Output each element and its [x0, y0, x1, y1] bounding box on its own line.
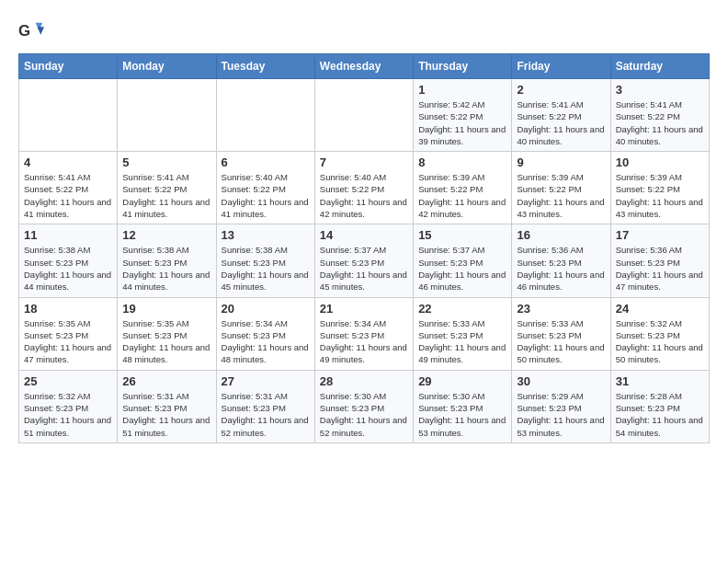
day-detail: Sunrise: 5:31 AM Sunset: 5:23 PM Dayligh… [222, 390, 310, 439]
day-number: 7 [320, 155, 408, 169]
calendar-header-row: SundayMondayTuesdayWednesdayThursdayFrid… [19, 54, 710, 79]
day-detail: Sunrise: 5:34 AM Sunset: 5:23 PM Dayligh… [320, 317, 408, 366]
col-header-wednesday: Wednesday [314, 54, 413, 79]
day-detail: Sunrise: 5:36 AM Sunset: 5:23 PM Dayligh… [517, 244, 605, 293]
day-number: 16 [517, 228, 605, 242]
day-number: 3 [616, 83, 704, 97]
day-detail: Sunrise: 5:33 AM Sunset: 5:23 PM Dayligh… [517, 317, 605, 366]
col-header-sunday: Sunday [19, 54, 118, 79]
calendar-table: SundayMondayTuesdayWednesdayThursdayFrid… [18, 53, 710, 443]
day-detail: Sunrise: 5:31 AM Sunset: 5:23 PM Dayligh… [122, 390, 210, 439]
calendar-cell: 30Sunrise: 5:29 AM Sunset: 5:23 PM Dayli… [512, 370, 610, 442]
calendar-cell: 26Sunrise: 5:31 AM Sunset: 5:23 PM Dayli… [118, 370, 216, 442]
calendar-cell: 13Sunrise: 5:38 AM Sunset: 5:23 PM Dayli… [216, 224, 314, 297]
day-number: 8 [418, 155, 506, 169]
day-number: 22 [418, 302, 506, 316]
day-detail: Sunrise: 5:40 AM Sunset: 5:22 PM Dayligh… [320, 171, 408, 220]
calendar-cell: 4Sunrise: 5:41 AM Sunset: 5:22 PM Daylig… [19, 152, 118, 224]
calendar-cell [216, 79, 314, 152]
day-number: 21 [320, 302, 408, 316]
day-detail: Sunrise: 5:30 AM Sunset: 5:23 PM Dayligh… [320, 390, 408, 439]
calendar-cell: 5Sunrise: 5:41 AM Sunset: 5:22 PM Daylig… [118, 152, 216, 224]
calendar-cell: 28Sunrise: 5:30 AM Sunset: 5:23 PM Dayli… [314, 370, 413, 442]
day-number: 20 [222, 302, 310, 316]
day-detail: Sunrise: 5:40 AM Sunset: 5:22 PM Dayligh… [222, 171, 310, 220]
day-number: 6 [222, 155, 310, 169]
calendar-week-row: 25Sunrise: 5:32 AM Sunset: 5:23 PM Dayli… [19, 370, 710, 442]
calendar-week-row: 4Sunrise: 5:41 AM Sunset: 5:22 PM Daylig… [19, 152, 710, 224]
page-header: G [18, 18, 710, 44]
day-detail: Sunrise: 5:38 AM Sunset: 5:23 PM Dayligh… [24, 244, 112, 293]
calendar-cell: 27Sunrise: 5:31 AM Sunset: 5:23 PM Dayli… [216, 370, 314, 442]
col-header-monday: Monday [118, 54, 216, 79]
calendar-cell: 11Sunrise: 5:38 AM Sunset: 5:23 PM Dayli… [19, 224, 118, 297]
day-detail: Sunrise: 5:41 AM Sunset: 5:22 PM Dayligh… [616, 98, 704, 147]
day-number: 14 [320, 228, 408, 242]
svg-text:G: G [18, 22, 30, 40]
calendar-cell: 1Sunrise: 5:42 AM Sunset: 5:22 PM Daylig… [414, 79, 512, 152]
calendar-cell: 8Sunrise: 5:39 AM Sunset: 5:22 PM Daylig… [414, 152, 512, 224]
calendar-cell: 29Sunrise: 5:30 AM Sunset: 5:23 PM Dayli… [414, 370, 512, 442]
day-number: 5 [122, 155, 210, 169]
calendar-week-row: 1Sunrise: 5:42 AM Sunset: 5:22 PM Daylig… [19, 79, 710, 152]
day-detail: Sunrise: 5:37 AM Sunset: 5:23 PM Dayligh… [320, 244, 408, 293]
logo-icon: G [18, 18, 44, 44]
day-number: 27 [222, 374, 310, 388]
day-number: 15 [418, 228, 506, 242]
day-number: 1 [418, 83, 506, 97]
day-detail: Sunrise: 5:35 AM Sunset: 5:23 PM Dayligh… [122, 317, 210, 366]
calendar-cell: 3Sunrise: 5:41 AM Sunset: 5:22 PM Daylig… [610, 79, 709, 152]
calendar-cell: 9Sunrise: 5:39 AM Sunset: 5:22 PM Daylig… [512, 152, 610, 224]
day-detail: Sunrise: 5:36 AM Sunset: 5:23 PM Dayligh… [616, 244, 704, 293]
day-number: 25 [24, 374, 112, 388]
day-number: 23 [517, 302, 605, 316]
col-header-friday: Friday [512, 54, 610, 79]
day-detail: Sunrise: 5:34 AM Sunset: 5:23 PM Dayligh… [222, 317, 310, 366]
day-number: 12 [122, 228, 210, 242]
day-number: 24 [616, 302, 704, 316]
day-detail: Sunrise: 5:41 AM Sunset: 5:22 PM Dayligh… [122, 171, 210, 220]
day-number: 30 [517, 374, 605, 388]
col-header-thursday: Thursday [414, 54, 512, 79]
calendar-cell: 18Sunrise: 5:35 AM Sunset: 5:23 PM Dayli… [19, 297, 118, 370]
calendar-week-row: 11Sunrise: 5:38 AM Sunset: 5:23 PM Dayli… [19, 224, 710, 297]
calendar-cell: 22Sunrise: 5:33 AM Sunset: 5:23 PM Dayli… [414, 297, 512, 370]
day-detail: Sunrise: 5:28 AM Sunset: 5:23 PM Dayligh… [616, 390, 704, 439]
day-detail: Sunrise: 5:39 AM Sunset: 5:22 PM Dayligh… [418, 171, 506, 220]
calendar-cell: 23Sunrise: 5:33 AM Sunset: 5:23 PM Dayli… [512, 297, 610, 370]
day-detail: Sunrise: 5:38 AM Sunset: 5:23 PM Dayligh… [222, 244, 310, 293]
day-number: 4 [24, 155, 112, 169]
calendar-cell: 19Sunrise: 5:35 AM Sunset: 5:23 PM Dayli… [118, 297, 216, 370]
col-header-saturday: Saturday [610, 54, 709, 79]
calendar-cell: 2Sunrise: 5:41 AM Sunset: 5:22 PM Daylig… [512, 79, 610, 152]
calendar-cell [118, 79, 216, 152]
day-detail: Sunrise: 5:29 AM Sunset: 5:23 PM Dayligh… [517, 390, 605, 439]
day-detail: Sunrise: 5:30 AM Sunset: 5:23 PM Dayligh… [418, 390, 506, 439]
calendar-cell: 17Sunrise: 5:36 AM Sunset: 5:23 PM Dayli… [610, 224, 709, 297]
day-detail: Sunrise: 5:32 AM Sunset: 5:23 PM Dayligh… [24, 390, 112, 439]
day-detail: Sunrise: 5:33 AM Sunset: 5:23 PM Dayligh… [418, 317, 506, 366]
svg-marker-2 [38, 27, 44, 34]
day-detail: Sunrise: 5:37 AM Sunset: 5:23 PM Dayligh… [418, 244, 506, 293]
calendar-cell: 25Sunrise: 5:32 AM Sunset: 5:23 PM Dayli… [19, 370, 118, 442]
day-number: 26 [122, 374, 210, 388]
day-number: 10 [616, 155, 704, 169]
day-number: 13 [222, 228, 310, 242]
calendar-cell [19, 79, 118, 152]
calendar-cell: 15Sunrise: 5:37 AM Sunset: 5:23 PM Dayli… [414, 224, 512, 297]
calendar-cell: 24Sunrise: 5:32 AM Sunset: 5:23 PM Dayli… [610, 297, 709, 370]
calendar-cell: 31Sunrise: 5:28 AM Sunset: 5:23 PM Dayli… [610, 370, 709, 442]
calendar-week-row: 18Sunrise: 5:35 AM Sunset: 5:23 PM Dayli… [19, 297, 710, 370]
day-detail: Sunrise: 5:32 AM Sunset: 5:23 PM Dayligh… [616, 317, 704, 366]
col-header-tuesday: Tuesday [216, 54, 314, 79]
calendar-cell: 12Sunrise: 5:38 AM Sunset: 5:23 PM Dayli… [118, 224, 216, 297]
calendar-cell: 20Sunrise: 5:34 AM Sunset: 5:23 PM Dayli… [216, 297, 314, 370]
calendar-cell: 7Sunrise: 5:40 AM Sunset: 5:22 PM Daylig… [314, 152, 413, 224]
day-number: 2 [517, 83, 605, 97]
calendar-cell: 21Sunrise: 5:34 AM Sunset: 5:23 PM Dayli… [314, 297, 413, 370]
day-number: 18 [24, 302, 112, 316]
calendar-cell: 6Sunrise: 5:40 AM Sunset: 5:22 PM Daylig… [216, 152, 314, 224]
day-number: 28 [320, 374, 408, 388]
day-number: 19 [122, 302, 210, 316]
day-detail: Sunrise: 5:42 AM Sunset: 5:22 PM Dayligh… [418, 98, 506, 147]
